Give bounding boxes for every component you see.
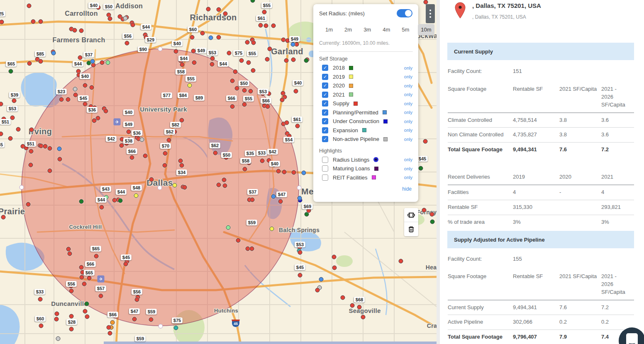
price-label[interactable]: $59 — [146, 309, 157, 315]
facility-marker[interactable] — [108, 17, 112, 21]
facility-marker[interactable] — [140, 138, 144, 142]
facility-marker[interactable] — [223, 184, 227, 188]
highlight-legend-only-link[interactable]: only — [404, 166, 412, 171]
price-label[interactable]: $39 — [9, 92, 20, 98]
draw-shape-button[interactable] — [404, 208, 418, 222]
facility-marker[interactable] — [92, 119, 97, 123]
facility-marker[interactable] — [217, 7, 221, 12]
price-label[interactable]: $49 — [123, 121, 134, 127]
facility-marker[interactable] — [173, 183, 177, 188]
price-label[interactable]: $51 — [25, 141, 36, 147]
facility-marker[interactable] — [82, 282, 87, 286]
highlight-legend-only-link[interactable]: only — [404, 157, 412, 162]
price-label[interactable]: $59 — [246, 220, 257, 225]
price-label[interactable]: $65 — [84, 270, 95, 276]
price-label[interactable]: $53 — [7, 106, 18, 111]
facility-marker[interactable] — [174, 326, 178, 330]
price-label[interactable]: $28 — [66, 319, 77, 325]
price-label[interactable]: $66 — [226, 95, 237, 101]
facility-marker[interactable] — [108, 331, 112, 336]
facility-marker[interactable] — [295, 124, 300, 128]
facility-marker[interactable] — [227, 51, 232, 56]
price-label[interactable]: $33 — [34, 289, 45, 295]
facility-marker[interactable] — [209, 36, 213, 40]
facility-marker[interactable] — [80, 275, 84, 280]
price-label[interactable]: $40 — [293, 80, 303, 86]
facility-marker[interactable] — [125, 41, 129, 46]
facility-marker[interactable] — [79, 199, 84, 204]
facility-marker[interactable] — [304, 58, 309, 63]
facility-marker[interactable] — [250, 198, 255, 202]
facility-marker[interactable] — [230, 104, 235, 109]
facility-marker[interactable] — [222, 178, 227, 182]
storage-legend-checkbox[interactable]: ✓ — [322, 100, 328, 107]
price-label[interactable]: $29 — [145, 37, 156, 43]
storage-legend-only-link[interactable]: only — [404, 110, 412, 115]
facility-marker[interactable] — [298, 250, 302, 255]
price-label[interactable]: $54 — [283, 137, 294, 143]
price-label[interactable]: $68 — [354, 297, 365, 303]
facility-marker[interactable] — [243, 167, 247, 172]
facility-marker[interactable] — [251, 41, 256, 45]
facility-marker[interactable] — [58, 157, 62, 162]
facility-marker[interactable] — [217, 183, 221, 187]
facility-marker[interactable] — [245, 40, 250, 45]
storage-legend-checkbox[interactable]: ✓ — [322, 74, 328, 80]
price-label[interactable]: $53 — [258, 89, 268, 94]
price-label[interactable]: $70 — [160, 143, 171, 149]
storage-legend-only-link[interactable]: only — [404, 65, 412, 70]
storage-legend-checkbox[interactable]: ✓ — [322, 109, 328, 116]
radius-drag-handle[interactable] — [20, 185, 24, 190]
facility-marker[interactable] — [350, 303, 355, 308]
facility-marker[interactable] — [276, 169, 281, 174]
facility-marker[interactable] — [66, 97, 71, 102]
facility-marker[interactable] — [271, 24, 276, 28]
price-label[interactable]: $84 — [178, 92, 188, 98]
facility-marker[interactable] — [278, 199, 283, 204]
radius-option-10m[interactable]: 10m — [418, 24, 434, 35]
facility-marker[interactable] — [266, 104, 270, 109]
price-label[interactable]: $57 — [95, 286, 106, 291]
facility-marker[interactable] — [29, 128, 34, 132]
facility-marker[interactable] — [264, 24, 268, 28]
facility-marker[interactable] — [235, 86, 239, 91]
facility-marker[interactable] — [399, 259, 403, 264]
facility-marker[interactable] — [12, 99, 17, 103]
price-label[interactable]: $51 — [0, 119, 11, 125]
storage-legend-checkbox[interactable]: ✓ — [322, 92, 328, 98]
price-label[interactable]: $49 — [289, 36, 300, 42]
highlight-legend-only-link[interactable]: only — [404, 175, 412, 180]
facility-marker[interactable] — [302, 171, 306, 175]
facility-marker[interactable] — [134, 194, 139, 198]
price-label[interactable]: $44 — [178, 56, 189, 61]
radius-option-1m[interactable]: 1m — [322, 24, 336, 35]
facility-marker[interactable] — [180, 63, 185, 67]
facility-marker[interactable] — [104, 109, 108, 114]
facility-marker[interactable] — [217, 35, 221, 40]
facility-marker[interactable] — [226, 225, 231, 230]
facility-marker[interactable] — [90, 85, 94, 90]
storage-legend-only-link[interactable]: only — [404, 128, 412, 133]
price-label[interactable]: $82 — [170, 122, 181, 128]
facility-marker[interactable] — [90, 59, 95, 64]
price-label[interactable]: $50 — [221, 152, 232, 158]
storage-legend-only-link[interactable]: only — [404, 83, 412, 88]
facility-marker[interactable] — [48, 146, 52, 151]
facility-marker[interactable] — [191, 49, 196, 53]
price-label[interactable]: $45 — [417, 156, 428, 162]
facility-marker[interactable] — [419, 166, 423, 171]
panel-collapse-menu-button[interactable] — [426, 4, 435, 23]
facility-marker[interactable] — [118, 199, 123, 203]
highlight-legend-checkbox[interactable] — [322, 165, 328, 172]
facility-marker[interactable] — [56, 337, 61, 341]
price-label[interactable]: $55 — [185, 76, 196, 82]
price-label[interactable]: $38 — [123, 138, 134, 144]
radius-toggle[interactable] — [397, 9, 412, 17]
facility-marker[interactable] — [16, 127, 21, 132]
price-label[interactable]: $48 — [131, 185, 142, 191]
facility-marker[interactable] — [262, 10, 267, 15]
storage-legend-checkbox[interactable]: ✓ — [322, 118, 328, 124]
price-label[interactable]: $85 — [35, 51, 46, 57]
facility-marker[interactable] — [9, 69, 13, 74]
facility-marker[interactable] — [206, 7, 211, 12]
